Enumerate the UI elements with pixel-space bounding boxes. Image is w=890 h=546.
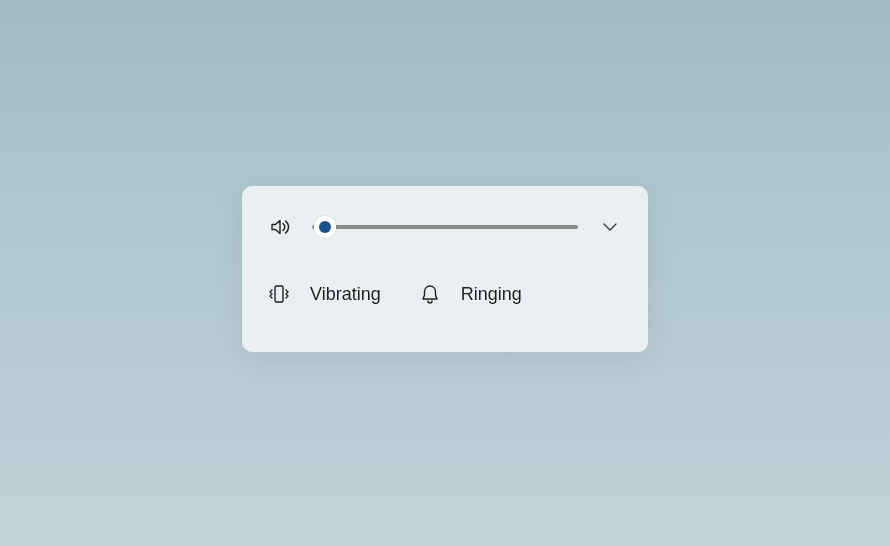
bell-icon: [419, 283, 441, 305]
vibrating-label: Vibrating: [310, 284, 381, 305]
volume-slider[interactable]: [312, 215, 578, 239]
slider-track: [312, 225, 578, 229]
slider-thumb[interactable]: [314, 216, 336, 238]
chevron-down-icon: [600, 217, 620, 237]
ringing-option[interactable]: Ringing: [419, 283, 522, 305]
volume-row: [268, 215, 622, 239]
ringing-label: Ringing: [461, 284, 522, 305]
volume-popup: Vibrating Ringing: [242, 186, 648, 352]
speaker-icon[interactable]: [268, 215, 292, 239]
expand-button[interactable]: [598, 215, 622, 239]
svg-rect-0: [275, 286, 283, 302]
options-row: Vibrating Ringing: [268, 283, 622, 305]
vibrate-icon: [268, 283, 290, 305]
vibrating-option[interactable]: Vibrating: [268, 283, 381, 305]
